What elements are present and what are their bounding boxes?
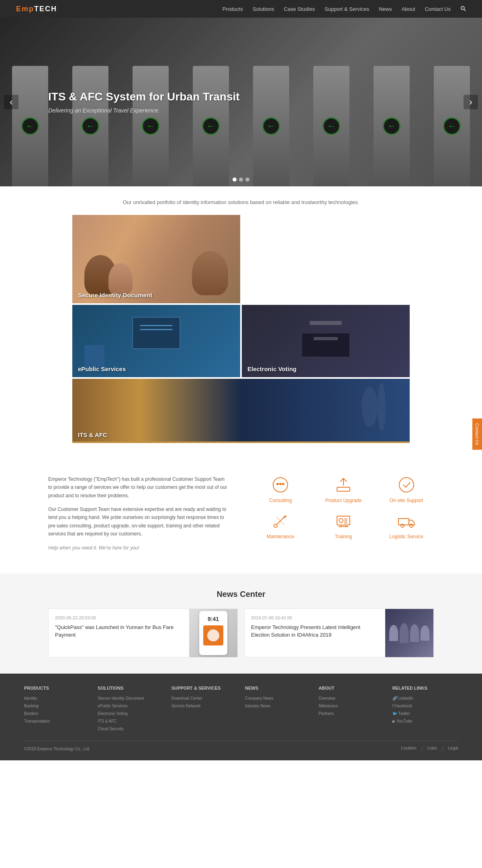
support-onsite: On-site Support: [379, 475, 434, 503]
support-onsite-label: On-site Support: [390, 498, 423, 503]
support-para-3: Help when you need it. We're here for yo…: [48, 544, 229, 552]
footer-col-products-title: PRODUCTS: [24, 686, 90, 690]
support-logistics-label: Logistic Service: [390, 534, 423, 539]
footer-item-service[interactable]: Service Network: [172, 702, 237, 710]
footer-col-news-title: NEWS: [245, 686, 310, 690]
footer-col-support-title: SUPPORT & SERVICES: [172, 686, 237, 690]
footer-location-link[interactable]: Location: [401, 746, 417, 752]
footer-item-transportation[interactable]: Transportation: [24, 717, 90, 725]
support-maintenance: Maintenance: [253, 511, 308, 539]
support-maintenance-label: Maintenance: [267, 534, 294, 539]
footer-col-solutions: SOLUTIONS Secure Identity Document ePubl…: [98, 686, 163, 733]
footer-item-twitter[interactable]: 🐦 Twitter: [392, 710, 458, 717]
svg-point-4: [280, 483, 281, 485]
footer-item-industry-news[interactable]: Industry News: [245, 702, 310, 710]
support-consulting: Consulting: [253, 475, 308, 503]
product-label-epublic: ePublic Services: [78, 366, 126, 372]
footer-item-facebook[interactable]: f Facebook: [392, 702, 458, 710]
hero-content: ITS & AFC System for Urban Transit Deliv…: [0, 90, 240, 114]
footer-item-sid[interactable]: Secure Identity Document: [98, 694, 163, 702]
news-title-2: Emperor Technology Presents Latest Intel…: [251, 623, 379, 639]
footer-item-youtube[interactable]: ▶ YouTube: [392, 717, 458, 725]
support-upgrade-label: Product Upgrade: [325, 498, 362, 503]
hero-image: ← ← ← ← ← ← ← ←: [0, 66, 482, 186]
footer-col-about-title: ABOUT: [319, 686, 384, 690]
footer-col-news: NEWS Company News Industry News: [245, 686, 310, 733]
product-card-epublic[interactable]: ePublic Services: [72, 305, 240, 377]
nav-support[interactable]: Support & Services: [325, 6, 369, 12]
footer-item-evoting[interactable]: Electronic Voting: [98, 710, 163, 717]
svg-point-8: [399, 478, 414, 492]
svg-point-3: [277, 483, 278, 485]
support-text: Emperor Technology ("EmpTech") has built…: [48, 475, 229, 558]
hero-dots: [233, 178, 249, 182]
news-image-1: 9:41: [189, 609, 237, 657]
footer-col-links-title: RELATED LINKS: [392, 686, 458, 690]
product-label-identity: Secure Identity Document: [78, 292, 152, 298]
footer-item-borders[interactable]: Borders: [24, 710, 90, 717]
hero-title: ITS & AFC System for Urban Transit: [48, 90, 240, 103]
footer-item-overview[interactable]: Overview: [319, 694, 384, 702]
nav-links: Products Solutions Case Studies Support …: [223, 6, 466, 12]
news-card-2[interactable]: 2019-07-06 16:42:00 Emperor Technology P…: [244, 609, 434, 658]
news-title: News Center: [48, 590, 434, 599]
footer-item-download[interactable]: Download Center: [172, 694, 237, 702]
footer-item-banking[interactable]: Banking: [24, 702, 90, 710]
svg-point-0: [461, 6, 464, 10]
news-image-2: [385, 609, 433, 657]
intro-text: Our unrivalled portfolio of identity inf…: [123, 199, 359, 205]
hero-dot-3[interactable]: [245, 178, 249, 182]
support-icons: Consulting Product Upgrade On-site Suppo…: [253, 475, 434, 539]
footer-columns: PRODUCTS Identity Banking Borders Transp…: [24, 686, 458, 733]
svg-rect-18: [398, 519, 409, 525]
footer-divider-1: /: [421, 746, 423, 752]
news-card-1-text: 2020-05-22 20:03:00 "QuickPass" was Laun…: [49, 609, 189, 657]
news-section: News Center 2020-05-22 20:03:00 "QuickPa…: [0, 574, 482, 674]
svg-point-9: [274, 524, 277, 527]
hero-next-button[interactable]: ›: [464, 95, 478, 109]
nav-products[interactable]: Products: [223, 6, 243, 12]
nav-solutions[interactable]: Solutions: [253, 6, 274, 12]
footer-legal-link[interactable]: Legal: [448, 746, 458, 752]
footer-bottom: ©2019 Emperor Technology Co., Ltd. Locat…: [24, 741, 458, 752]
svg-point-5: [282, 483, 284, 485]
footer-item-epublic[interactable]: ePublic Services: [98, 702, 163, 710]
footer-item-cloud[interactable]: Cloud Security: [98, 725, 163, 733]
hero-dot-1[interactable]: [233, 178, 237, 182]
news-card-1[interactable]: 2020-05-22 20:03:00 "QuickPass" was Laun…: [48, 609, 238, 658]
side-contact-button[interactable]: Contact Us: [472, 418, 482, 449]
product-card-its[interactable]: ITS & AFC: [72, 379, 410, 443]
product-card-identity[interactable]: Secure Identity Document: [72, 215, 240, 303]
hero-dot-2[interactable]: [239, 178, 243, 182]
support-upgrade: Product Upgrade: [316, 475, 371, 503]
nav-news[interactable]: News: [379, 6, 392, 12]
footer-bottom-links: Location / Links / Legal: [401, 746, 458, 752]
youtube-icon: ▶: [392, 719, 397, 723]
hero-section: ← ← ← ← ← ← ← ← ITS & AFC System for Urb…: [0, 18, 482, 186]
svg-rect-6: [337, 487, 350, 491]
nav-case-studies[interactable]: Case Studies: [284, 6, 315, 12]
nav-contact[interactable]: Contact Us: [425, 6, 451, 12]
logo[interactable]: EmpTECH: [16, 5, 57, 13]
news-grid: 2020-05-22 20:03:00 "QuickPass" was Laun…: [48, 609, 434, 658]
news-date-2: 2019-07-06 16:42:00: [251, 615, 379, 620]
footer-item-company-news[interactable]: Company News: [245, 694, 310, 702]
news-date-1: 2020-05-22 20:03:00: [55, 615, 183, 620]
footer-item-milestones[interactable]: Milestones: [319, 702, 384, 710]
support-section: Emperor Technology ("EmpTech") has built…: [0, 459, 482, 574]
footer-item-identity[interactable]: Identity: [24, 694, 90, 702]
support-consulting-label: Consulting: [269, 498, 292, 503]
product-label-its: ITS & AFC: [78, 431, 107, 438]
product-card-evoting[interactable]: Electronic Voting: [242, 305, 410, 377]
footer-links-link[interactable]: Links: [427, 746, 437, 752]
footer-item-itsafc[interactable]: ITS & AFC: [98, 717, 163, 725]
footer-item-partners[interactable]: Partners: [319, 710, 384, 717]
nav-about[interactable]: About: [402, 6, 415, 12]
twitter-icon: 🐦: [392, 711, 398, 716]
footer-col-links: RELATED LINKS 🔗 LinkedIn f Facebook 🐦 Tw…: [392, 686, 458, 733]
main-nav: EmpTECH Products Solutions Case Studies …: [0, 0, 482, 18]
search-icon[interactable]: [460, 6, 466, 12]
footer-item-linkedin[interactable]: 🔗 LinkedIn: [392, 694, 458, 702]
footer-divider-2: /: [442, 746, 443, 752]
hero-prev-button[interactable]: ‹: [4, 95, 18, 109]
